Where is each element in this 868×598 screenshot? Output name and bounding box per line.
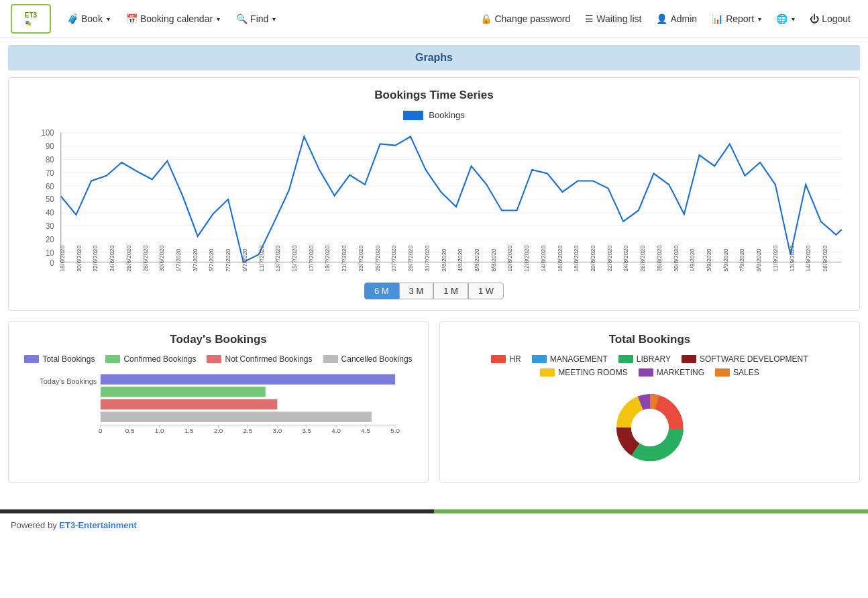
todays-bookings-legend: Total Bookings Confirmed Bookings Not Co… — [19, 354, 417, 364]
btn-3m[interactable]: 3 M — [399, 283, 434, 299]
find-icon: 🔍 — [236, 13, 248, 24]
svg-text:2.0: 2.0 — [214, 427, 223, 434]
svg-text:10: 10 — [46, 248, 54, 256]
svg-text:9/9/2020: 9/9/2020 — [755, 248, 762, 271]
btn-1w[interactable]: 1 W — [468, 283, 504, 299]
svg-text:6/8/2020: 6/8/2020 — [474, 248, 480, 271]
nav-book[interactable]: 🧳 Book ▾ — [60, 9, 117, 28]
nav-booking-calendar[interactable]: 📅 Booking calendar ▾ — [119, 9, 227, 28]
svg-text:1.5: 1.5 — [184, 427, 194, 434]
nav-find-label: Find — [250, 13, 268, 24]
svg-text:22/8/2020: 22/8/2020 — [606, 245, 613, 271]
svg-text:16/8/2020: 16/8/2020 — [557, 245, 563, 271]
nav-change-password[interactable]: 🔒 Change password — [474, 9, 577, 28]
svg-text:7/7/2020: 7/7/2020 — [225, 248, 231, 271]
btn-1m[interactable]: 1 M — [433, 283, 468, 299]
svg-text:3.5: 3.5 — [302, 427, 311, 434]
svg-text:3/7/2020: 3/7/2020 — [192, 248, 199, 271]
svg-text:13/9/2020: 13/9/2020 — [789, 245, 796, 271]
marketing-label: MARKETING — [657, 368, 704, 377]
svg-text:4/8/2020: 4/8/2020 — [457, 248, 464, 271]
bottom-row: Today's Bookings Total Bookings Confirme… — [8, 321, 860, 483]
legend-meeting-rooms: MEETING ROOMS — [540, 368, 627, 377]
time-series-svg: 100 90 80 70 60 50 40 30 20 10 0 — [19, 126, 849, 273]
svg-text:80: 80 — [46, 155, 54, 164]
svg-text:15/7/2020: 15/7/2020 — [291, 245, 298, 271]
svg-text:21/7/2020: 21/7/2020 — [341, 245, 347, 271]
cancelled-bookings-color — [323, 355, 338, 363]
legend-total-bookings: Total Bookings — [24, 354, 95, 364]
svg-text:31/7/2020: 31/7/2020 — [424, 245, 431, 271]
bar-chart: Today's Bookings 0 0.5 1.0 — [19, 370, 417, 454]
nav-logout[interactable]: ⏻ Logout — [803, 9, 857, 28]
svg-text:0: 0 — [99, 427, 103, 434]
bookings-legend-label: Bookings — [429, 110, 464, 120]
language-caret-icon: ▾ — [792, 15, 795, 23]
sales-color — [715, 368, 730, 377]
svg-text:11/7/2020: 11/7/2020 — [258, 245, 265, 271]
admin-icon: 👤 — [656, 13, 667, 24]
brand-logo[interactable]: ET3🎭 — [11, 4, 51, 34]
svg-text:26/8/2020: 26/8/2020 — [639, 245, 646, 271]
legend-software-development: SOFTWARE DEVELOPMENT — [682, 354, 808, 364]
svg-text:5/9/2020: 5/9/2020 — [722, 248, 729, 271]
svg-text:9/7/2020: 9/7/2020 — [241, 248, 248, 271]
svg-text:20/8/2020: 20/8/2020 — [590, 245, 596, 271]
svg-text:70: 70 — [46, 168, 54, 177]
btn-6m[interactable]: 6 M — [364, 283, 399, 299]
footer-text: Powered by ET3-Entertainment — [0, 513, 868, 537]
nav-find[interactable]: 🔍 Find ▾ — [229, 9, 282, 28]
nav-admin[interactable]: 👤 Admin — [649, 9, 704, 28]
calendar-icon: 📅 — [126, 13, 138, 24]
logout-icon: ⏻ — [810, 13, 819, 24]
svg-text:25/7/2020: 25/7/2020 — [374, 245, 381, 271]
donut-hole — [631, 409, 669, 446]
nav-waiting-list[interactable]: ☰ Waiting list — [578, 9, 648, 28]
nav-report[interactable]: 📊 Report ▾ — [705, 9, 768, 28]
confirmed-bookings-bar — [101, 387, 266, 397]
svg-text:60: 60 — [46, 181, 54, 190]
footer-link[interactable]: ET3-Entertainment — [59, 520, 137, 530]
svg-text:90: 90 — [46, 142, 54, 150]
legend-marketing: MARKETING — [639, 368, 704, 377]
svg-text:5.0: 5.0 — [390, 427, 400, 434]
svg-text:1.0: 1.0 — [155, 427, 164, 434]
time-series-title: Bookings Time Series — [19, 89, 849, 102]
confirmed-bookings-label: Confirmed Bookings — [123, 354, 196, 364]
svg-text:24/8/2020: 24/8/2020 — [623, 245, 630, 271]
svg-text:20/6/2020: 20/6/2020 — [76, 245, 83, 271]
svg-text:3/9/2020: 3/9/2020 — [706, 248, 712, 271]
total-bookings-card: Total Bookings HR MANAGEMENT LIBRARY SOF… — [439, 321, 860, 483]
time-series-legend: Bookings — [19, 110, 849, 120]
svg-text:13/7/2020: 13/7/2020 — [275, 245, 282, 271]
svg-text:0: 0 — [50, 258, 54, 267]
cancelled-bookings-label: Cancelled Bookings — [341, 354, 413, 364]
svg-text:26/6/2020: 26/6/2020 — [125, 245, 132, 271]
svg-text:27/7/2020: 27/7/2020 — [391, 245, 398, 271]
svg-text:2.5: 2.5 — [243, 427, 253, 434]
legend-not-confirmed-bookings: Not Confirmed Bookings — [207, 354, 312, 364]
svg-text:30/6/2020: 30/6/2020 — [159, 245, 166, 271]
not-confirmed-bookings-label: Not Confirmed Bookings — [225, 354, 312, 364]
hr-color — [491, 355, 506, 363]
svg-text:8/8/2020: 8/8/2020 — [490, 248, 497, 271]
nav-language[interactable]: 🌐 ▾ — [769, 9, 802, 28]
svg-text:40: 40 — [46, 208, 54, 217]
nav-right: 🔒 Change password ☰ Waiting list 👤 Admin… — [474, 9, 857, 28]
page-title: Graphs — [8, 45, 860, 70]
bookings-legend-color — [403, 111, 423, 120]
svg-text:30/8/2020: 30/8/2020 — [673, 245, 680, 271]
book-caret-icon: ▾ — [107, 15, 110, 23]
svg-text:4.5: 4.5 — [361, 427, 370, 434]
svg-text:10/8/2020: 10/8/2020 — [507, 245, 514, 271]
book-icon: 🧳 — [67, 13, 78, 24]
legend-management: MANAGEMENT — [532, 354, 608, 364]
library-label: LIBRARY — [637, 354, 671, 364]
change-password-label: Change password — [494, 13, 570, 24]
svg-text:2/8/2020: 2/8/2020 — [441, 248, 447, 271]
sales-label: SALES — [733, 368, 759, 377]
hr-label: HR — [509, 354, 521, 364]
total-bookings-bar — [101, 374, 395, 384]
legend-cancelled-bookings: Cancelled Bookings — [323, 354, 413, 364]
svg-text:30: 30 — [46, 221, 54, 230]
